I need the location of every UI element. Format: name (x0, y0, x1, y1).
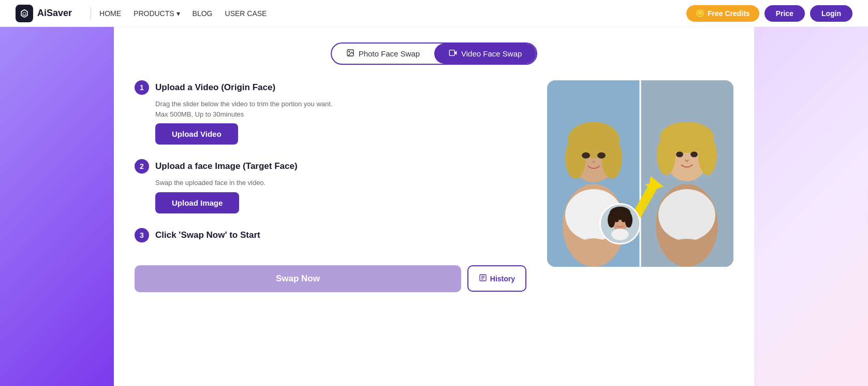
svg-point-37 (625, 212, 632, 228)
history-icon (479, 274, 487, 283)
coin-icon: 🪙 (696, 9, 704, 18)
step-3-title: Click 'Swap Now' to Start (155, 230, 260, 240)
left-background (0, 27, 114, 386)
step-1-number: 1 (135, 80, 149, 95)
video-tab-icon (449, 49, 457, 59)
svg-point-15 (601, 137, 622, 179)
page-wrapper: Photo Face Swap Video Face Swap 1 (0, 27, 868, 386)
source-face-circle (599, 203, 641, 245)
step-2-description: Swap the uploaded face in the video. (155, 178, 526, 188)
preview-right-face (640, 80, 733, 267)
step-1-block: 1 Upload a Video (Origin Face) Drag the … (135, 80, 526, 145)
nav-blog[interactable]: BLOG (193, 9, 213, 18)
svg-point-21 (658, 189, 715, 241)
nav-products[interactable]: PRODUCTS ▾ (134, 9, 180, 18)
chevron-down-icon: ▾ (176, 9, 180, 18)
login-button[interactable]: Login (810, 5, 852, 22)
step-1-description: Drag the slider below the video to trim … (155, 99, 526, 119)
tab-video-face-swap[interactable]: Video Face Swap (434, 44, 536, 64)
upload-image-button[interactable]: Upload Image (155, 192, 239, 213)
swap-now-button[interactable]: Swap Now (135, 265, 461, 292)
header-right: 🪙 Free Credits Price Login (686, 5, 852, 22)
svg-point-18 (578, 238, 609, 254)
svg-point-26 (698, 136, 717, 175)
steps-left: 1 Upload a Video (Origin Face) Drag the … (135, 80, 526, 292)
svg-point-38 (615, 219, 619, 222)
step-2-header: 2 Upload a face Image (Target Face) (135, 159, 526, 174)
logo-text: AiSaver (37, 8, 72, 19)
svg-point-14 (565, 137, 586, 179)
price-button[interactable]: Price (764, 5, 805, 22)
split-line (640, 80, 641, 267)
step-3-header: 3 Click 'Swap Now' to Start (135, 228, 526, 242)
svg-point-16 (582, 152, 590, 159)
nav-user-case[interactable]: USER CASE (225, 9, 267, 18)
svg-point-1 (348, 51, 349, 52)
step-2-number: 2 (135, 159, 149, 174)
tab-photo-face-swap[interactable]: Photo Face Swap (332, 44, 434, 64)
svg-point-25 (657, 136, 675, 175)
photo-tab-icon (346, 49, 355, 59)
main-nav: HOME PRODUCTS ▾ BLOG USER CASE (99, 9, 686, 18)
svg-rect-2 (449, 50, 454, 56)
right-background (754, 27, 868, 386)
svg-point-36 (608, 212, 615, 228)
header-divider (91, 7, 91, 20)
upload-video-button[interactable]: Upload Video (155, 123, 238, 145)
main-content: Photo Face Swap Video Face Swap 1 (114, 27, 754, 386)
step-1-title: Upload a Video (Origin Face) (155, 82, 275, 93)
nav-home[interactable]: HOME (99, 9, 121, 18)
header: AiSaver HOME PRODUCTS ▾ BLOG USER CASE 🪙… (0, 0, 868, 27)
history-button[interactable]: History (467, 265, 526, 292)
step-2-block: 2 Upload a face Image (Target Face) Swap… (135, 159, 526, 213)
bottom-actions: Swap Now History (135, 265, 526, 292)
preview-split (547, 80, 733, 267)
logo-area: AiSaver (16, 5, 72, 22)
step-3-number: 3 (135, 228, 149, 242)
preview-image-area (547, 80, 733, 267)
svg-point-28 (690, 152, 698, 158)
steps-section: 1 Upload a Video (Origin Face) Drag the … (135, 80, 733, 292)
step-1-header: 1 Upload a Video (Origin Face) (135, 80, 526, 95)
free-credits-button[interactable]: 🪙 Free Credits (686, 5, 759, 22)
svg-point-17 (597, 152, 606, 159)
svg-point-40 (611, 228, 628, 240)
svg-point-29 (670, 239, 703, 253)
svg-point-27 (676, 152, 683, 158)
svg-point-39 (622, 219, 625, 222)
step-2-title: Upload a face Image (Target Face) (155, 161, 298, 171)
tabs-container: Photo Face Swap Video Face Swap (331, 42, 538, 65)
step-3-block: 3 Click 'Swap Now' to Start (135, 228, 526, 242)
logo-icon (16, 5, 33, 22)
